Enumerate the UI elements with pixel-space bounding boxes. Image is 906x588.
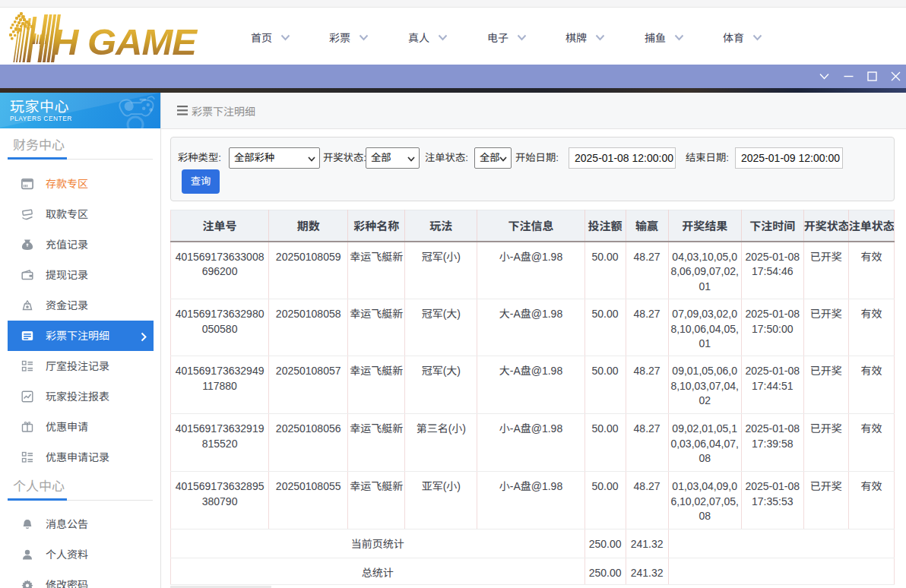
svg-text:H GAME: H GAME [52,21,198,62]
